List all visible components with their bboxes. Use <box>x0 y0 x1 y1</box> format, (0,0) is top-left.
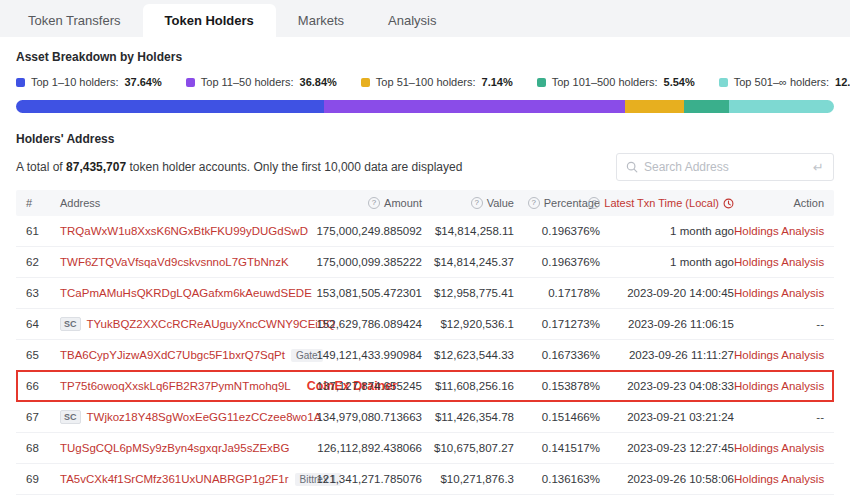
page-content: Asset Breakdown by Holders Top 1–10 hold… <box>0 37 850 495</box>
smart-contract-badge: SC <box>60 317 81 331</box>
tab-token-holders[interactable]: Token Holders <box>143 4 276 37</box>
address-link[interactable]: TBA6CypYJizwA9XdC7Ubgc5F1bxrQ7SqPt <box>60 349 285 361</box>
clock-icon <box>723 198 734 209</box>
address-cell: TRQaWxW1u8XxsK6NGxBtkFKU99yDUGdSwD <box>60 225 266 237</box>
table-row: 69 TA5vCXk4f1SrCMfz361UxUNABRGP1g2F1r Bi… <box>16 464 834 495</box>
tab-markets[interactable]: Markets <box>276 4 366 37</box>
address-cell: SC TYukBQZ2XXCcRCReAUguyXncCWNY9CEiDQ <box>60 317 266 331</box>
column-header-action[interactable]: Action <box>734 197 824 209</box>
address-cell: TP75t6owoqXxskLq6FB2R37PymNTmohq9L CoinE… <box>60 379 266 393</box>
table-header: # Address ? Amount ? Value ? Percentage … <box>16 190 834 216</box>
action-cell: Holdings Analysis <box>734 256 824 268</box>
column-header-label: Amount <box>384 197 422 209</box>
table-row: 66 TP75t6owoqXxskLq6FB2R37PymNTmohq9L Co… <box>16 371 834 402</box>
action-cell: Holdings Analysis <box>734 349 824 361</box>
percentage-cell: 0.17178% <box>514 287 600 299</box>
holdings-analysis-link[interactable]: Holdings Analysis <box>734 473 824 485</box>
value-cell: $12,920,536.1 <box>422 318 514 330</box>
legend-label: Top 1–10 holders: <box>31 76 118 88</box>
holdings-analysis-link[interactable]: Holdings Analysis <box>734 380 824 392</box>
address-link[interactable]: TWF6ZTQVaVfsqaVd9cskvsnnoL7GTbNnzK <box>60 256 289 268</box>
amount-cell: 175,000,099.385222 <box>266 256 422 268</box>
txn-time-cell: 2023-09-26 11:06:15 <box>600 318 734 330</box>
address-cell: TBA6CypYJizwA9XdC7Ubgc5F1bxrQ7SqPt Gate <box>60 349 266 362</box>
txn-time-cell: 1 month ago <box>600 256 734 268</box>
search-icon <box>626 161 638 173</box>
column-header-label: Address <box>60 197 100 209</box>
value-cell: $10,675,807.27 <box>422 442 514 454</box>
search-input[interactable] <box>644 160 807 174</box>
asset-breakdown-title: Asset Breakdown by Holders <box>16 50 834 64</box>
address-link[interactable]: TA5vCXk4f1SrCMfz361UxUNABRGP1g2F1r <box>60 473 289 485</box>
column-header-label: Action <box>793 197 824 209</box>
address-cell: TA5vCXk4f1SrCMfz361UxUNABRGP1g2F1r Bittr… <box>60 473 266 486</box>
column-header-amount[interactable]: ? Amount <box>266 197 422 209</box>
amount-cell: 126,112,892.438066 <box>266 442 422 454</box>
legend-value: 12.83% <box>835 76 850 88</box>
value-cell: $12,958,775.41 <box>422 287 514 299</box>
tab-token-transfers[interactable]: Token Transfers <box>6 4 143 37</box>
table-row: 64 SC TYukBQZ2XXCcRCReAUguyXncCWNY9CEiDQ… <box>16 309 834 340</box>
action-cell: -- <box>734 411 824 423</box>
txn-time-cell: 2023-09-26 10:58:06 <box>600 473 734 485</box>
address-link[interactable]: TUgSgCQL6pMSy9zByn4sgxqrJa95sZExBG <box>60 442 289 454</box>
txn-time-cell: 2023-09-23 04:08:33 <box>600 380 734 392</box>
legend-item: Top 101–500 holders: 5.54% <box>537 76 695 88</box>
tab-analysis[interactable]: Analysis <box>366 4 458 37</box>
value-cell: $11,426,354.78 <box>422 411 514 423</box>
table-row: 65 TBA6CypYJizwA9XdC7Ubgc5F1bxrQ7SqPt Ga… <box>16 340 834 371</box>
legend-item: Top 11–50 holders: 36.84% <box>186 76 337 88</box>
table-body: 61 TRQaWxW1u8XxsK6NGxBtkFKU99yDUGdSwD 17… <box>16 216 834 495</box>
holders-table: # Address ? Amount ? Value ? Percentage … <box>16 190 834 495</box>
action-cell: Holdings Analysis <box>734 380 824 392</box>
amount-cell: 134,979,080.713663 <box>266 411 422 423</box>
column-header-address[interactable]: Address <box>60 197 266 209</box>
holdings-analysis-link[interactable]: Holdings Analysis <box>734 349 824 361</box>
rank-cell: 68 <box>26 442 60 454</box>
tab-bar: Token Transfers Token Holders Markets An… <box>0 0 850 37</box>
holders-summary-row: A total of 87,435,707 token holder accou… <box>16 153 834 181</box>
holdings-analysis-link[interactable]: Holdings Analysis <box>734 225 824 237</box>
holdings-analysis-link[interactable]: Holdings Analysis <box>734 287 824 299</box>
holdings-analysis-link[interactable]: Holdings Analysis <box>734 256 824 268</box>
value-cell: $11,608,256.16 <box>422 380 514 392</box>
amount-cell: 153,081,505.472301 <box>266 287 422 299</box>
holdings-analysis-link[interactable]: Holdings Analysis <box>734 442 824 454</box>
holders-address-title: Holders' Address <box>16 132 834 146</box>
percentage-cell: 0.196376% <box>514 256 600 268</box>
smart-contract-badge: SC <box>60 410 81 424</box>
amount-cell: 152,629,786.089424 <box>266 318 422 330</box>
percentage-cell: 0.167336% <box>514 349 600 361</box>
address-cell: TWF6ZTQVaVfsqaVd9cskvsnnoL7GTbNnzK <box>60 256 266 268</box>
percentage-cell: 0.153878% <box>514 380 600 392</box>
column-header-percentage[interactable]: ? Percentage <box>514 197 600 209</box>
column-header-value[interactable]: ? Value <box>422 197 514 209</box>
amount-cell: 175,000,249.885092 <box>266 225 422 237</box>
action-cell: Holdings Analysis <box>734 225 824 237</box>
total-suffix: token holder accounts. Only the first 10… <box>126 160 462 174</box>
legend-swatch <box>16 78 25 87</box>
distribution-bar <box>16 100 834 113</box>
rank-cell: 63 <box>26 287 60 299</box>
rank-cell: 65 <box>26 349 60 361</box>
action-cell: -- <box>734 318 824 330</box>
action-cell: Holdings Analysis <box>734 287 824 299</box>
amount-cell: 137,127,874.655245 <box>266 380 422 392</box>
column-header-latest-txn-time-local[interactable]: ? Latest Txn Time (Local) <box>600 197 734 209</box>
legend-label: Top 501–∞ holders: <box>734 76 829 88</box>
rank-cell: 64 <box>26 318 60 330</box>
legend-value: 36.84% <box>300 76 337 88</box>
table-row: 63 TCaPmAMuHsQKRDgLQAGafxm6kAeuwdSEDE 15… <box>16 278 834 309</box>
distribution-bar-segment <box>16 100 324 113</box>
legend-item: Top 501–∞ holders: 12.83% <box>719 76 850 88</box>
column-header-[interactable]: # <box>26 197 60 209</box>
distribution-bar-segment <box>684 100 729 113</box>
table-row: 62 TWF6ZTQVaVfsqaVd9cskvsnnoL7GTbNnzK 17… <box>16 247 834 278</box>
address-link[interactable]: TP75t6owoqXxskLq6FB2R37PymNTmohq9L <box>60 380 291 392</box>
rank-cell: 61 <box>26 225 60 237</box>
percentage-cell: 0.171273% <box>514 318 600 330</box>
txn-time-cell: 1 month ago <box>600 225 734 237</box>
rank-cell: 69 <box>26 473 60 485</box>
value-cell: $14,814,258.11 <box>422 225 514 237</box>
help-icon: ? <box>471 197 483 209</box>
